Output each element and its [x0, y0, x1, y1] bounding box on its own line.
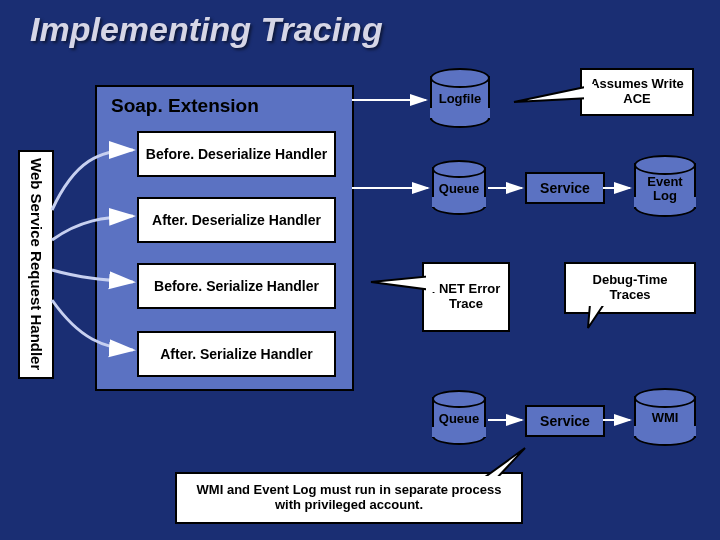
svg-rect-7 [477, 476, 501, 484]
net-error-trace-callout: . NET Error Trace [422, 262, 510, 332]
assumes-write-ace-callout: Assumes Write ACE [580, 68, 694, 116]
after-serialize-handler: After. Serialize Handler [137, 331, 336, 377]
footnote-callout: WMI and Event Log must run in separate p… [175, 472, 523, 524]
slide-title: Implementing Tracing [30, 10, 383, 49]
svg-marker-2 [371, 276, 432, 290]
eventlog-label: Event Log [634, 175, 696, 204]
soap-extension: Soap. Extension Before. Deserialize Hand… [95, 85, 354, 391]
queue-cylinder-2: Queue [432, 390, 486, 445]
queue1-label: Queue [432, 182, 486, 196]
wmi-label: WMI [634, 411, 696, 425]
after-deserialize-handler: After. Deserialize Handler [137, 197, 336, 243]
queue2-label: Queue [432, 412, 486, 426]
logfile-cylinder: Logfile [430, 68, 490, 128]
svg-rect-5 [588, 298, 608, 306]
web-service-request-handler: Web Service Request Handler [18, 150, 54, 379]
before-serialize-handler: Before. Serialize Handler [137, 263, 336, 309]
footnote-label: WMI and Event Log must run in separate p… [183, 483, 515, 513]
svg-marker-4 [588, 304, 604, 328]
soap-extension-label: Soap. Extension [111, 95, 259, 117]
svg-marker-0 [514, 86, 590, 102]
assumes-label: Assumes Write ACE [588, 77, 686, 107]
nettrace-label: . NET Error Trace [430, 282, 502, 312]
wmi-cylinder: WMI [634, 388, 696, 446]
service-box-2: Service [525, 405, 605, 437]
eventlog-cylinder: Event Log [634, 155, 696, 217]
queue-cylinder-1: Queue [432, 160, 486, 215]
svg-rect-3 [426, 274, 436, 292]
ws-handler-label: Web Service Request Handler [28, 158, 45, 370]
debug-time-traces-callout: Debug-Time Traces [564, 262, 696, 314]
before-deserialize-handler: Before. Deserialize Handler [137, 131, 336, 177]
svg-rect-1 [584, 84, 594, 100]
logfile-label: Logfile [430, 92, 490, 106]
service-box-1: Service [525, 172, 605, 204]
slide: Implementing Tracing Web Service Request… [0, 0, 720, 540]
svg-marker-6 [481, 448, 525, 480]
